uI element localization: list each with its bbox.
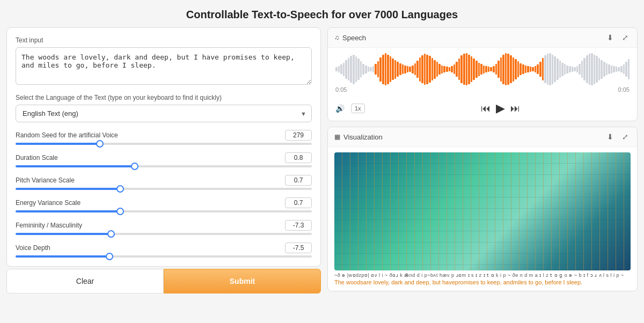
waveform-bar [628, 59, 630, 79]
waveform-bar [446, 67, 448, 72]
waveform-bar [343, 63, 345, 76]
waveform-bar [387, 55, 389, 84]
text-input[interactable]: The woods are lovely, dark and deep, but… [16, 47, 312, 85]
waveform-bar [335, 67, 338, 71]
waveform-bar [353, 55, 355, 84]
waveform-bar [421, 55, 423, 83]
voice-depth-value: -7.5 [285, 243, 312, 253]
pitch-variance-label: Pitch Variance Scale [16, 177, 75, 184]
waveform-bar [416, 61, 419, 78]
waveform-bar [426, 55, 428, 84]
waveform-bar [397, 62, 399, 77]
random-seed-input[interactable] [16, 143, 312, 145]
waveform-bar [392, 58, 394, 80]
voice-depth-label: Voice Depth [16, 244, 50, 252]
energy-variance-input[interactable] [16, 210, 312, 212]
page-title: Controllable Text-to-Speech for over 700… [0, 0, 644, 27]
waveform-bar [583, 58, 586, 80]
speed-badge: 1x [351, 104, 365, 113]
waveform-bar [561, 63, 564, 76]
waveform-bar [466, 53, 468, 85]
waveform-bar [547, 54, 549, 85]
waveform-bar [402, 64, 404, 74]
speech-download-button[interactable]: ⬇ [605, 32, 616, 43]
waveform-bar [436, 62, 438, 77]
speech-share-button[interactable]: ⤢ [620, 32, 631, 43]
visualization-body: ~ð ə |wɒdzpʊ| ɑv l i ~ ðɑɹ k æ̃nd d i p~… [328, 147, 637, 291]
duration-scale-value: 0.8 [285, 152, 312, 163]
pitch-variance-input[interactable] [16, 188, 312, 190]
waveform-bar [500, 57, 502, 82]
text-input-label: Text input [16, 36, 312, 44]
spectrogram-image [334, 152, 631, 270]
waveform-bar [625, 62, 627, 77]
waveform-bar [539, 62, 541, 77]
clear-button[interactable]: Clear [6, 269, 164, 293]
waveform-bar [357, 58, 360, 80]
random-seed-slider-row: Random Seed for the artificial Voice 279 [16, 130, 312, 145]
waveform-bar [566, 65, 568, 74]
waveform-bar [510, 55, 512, 83]
waveform-bar [564, 64, 566, 75]
waveform-bar [409, 67, 411, 72]
waveform-bar [623, 64, 625, 74]
volume-icon: 🔊 [335, 104, 345, 113]
waveform-bar [471, 56, 473, 82]
play-button[interactable]: ▶ [496, 101, 505, 115]
waveform-bar [360, 61, 362, 77]
femininity-value: -7.3 [285, 220, 312, 231]
waveform-bar [475, 61, 478, 78]
waveform-bar [480, 64, 482, 75]
waveform-container: 0:05 0:05 [328, 48, 637, 98]
language-section: Select the Language of the Text (type on… [16, 94, 312, 122]
waveform-bar [473, 58, 475, 80]
waveform-bar [478, 63, 480, 76]
word-text-row: The woodsare lovely, dark and deep, but … [334, 279, 631, 285]
waveform-bar [348, 58, 350, 80]
waveform-bar [603, 62, 605, 77]
waveform-bar [572, 67, 574, 72]
duration-scale-input[interactable] [16, 165, 312, 167]
waveform-bar [581, 61, 583, 78]
waveform-bar [557, 58, 559, 80]
language-select[interactable]: English Text (eng) French Text (fra) Spa… [16, 105, 312, 122]
waveform [335, 53, 630, 85]
random-seed-value: 279 [285, 130, 312, 141]
energy-variance-slider-row: Energy Variance Scale 0.7 [16, 197, 312, 212]
waveform-bar [591, 53, 593, 85]
voice-depth-input[interactable] [16, 255, 312, 258]
waveform-bar [399, 63, 401, 75]
waveform-bar [407, 66, 409, 72]
waveform-bar [370, 67, 372, 71]
time-start: 0:05 [335, 86, 347, 93]
waveform-bar [586, 55, 588, 83]
waveform-bar [365, 65, 367, 74]
waveform-bar [559, 61, 561, 78]
waveform-bar [340, 64, 342, 74]
waveform-bar [513, 57, 515, 82]
waveform-bar [549, 53, 551, 85]
waveform-bar [382, 55, 384, 84]
femininity-slider-row: Femininity / Masculinity -7.3 [16, 220, 312, 235]
right-panel: ♫ Speech ⬇ ⤢ 0:05 0:05 🔊 1x ⏮ [327, 27, 638, 293]
waveform-bar [377, 61, 379, 77]
viz-download-button[interactable]: ⬇ [605, 131, 616, 142]
viz-share-button[interactable]: ⤢ [620, 131, 631, 142]
waveform-bar [589, 54, 591, 85]
submit-button[interactable]: Submit [164, 269, 321, 293]
waveform-bar [485, 66, 487, 72]
waveform-bar [601, 60, 603, 79]
waveform-bar [488, 67, 490, 72]
waveform-bar [379, 57, 382, 82]
forward-button[interactable]: ⏭ [510, 103, 520, 114]
waveform-bar [596, 56, 598, 83]
femininity-input[interactable] [16, 233, 312, 235]
spectrogram-overlay [334, 152, 631, 270]
music-icon: ♫ [334, 34, 339, 41]
playback-controls: 🔊 1x ⏮ ▶ ⏭ [328, 98, 637, 121]
waveform-bar [598, 58, 601, 80]
waveform-bar [431, 58, 434, 80]
waveform-bar [338, 66, 340, 72]
energy-variance-value: 0.7 [285, 197, 312, 208]
rewind-button[interactable]: ⏮ [481, 103, 491, 114]
